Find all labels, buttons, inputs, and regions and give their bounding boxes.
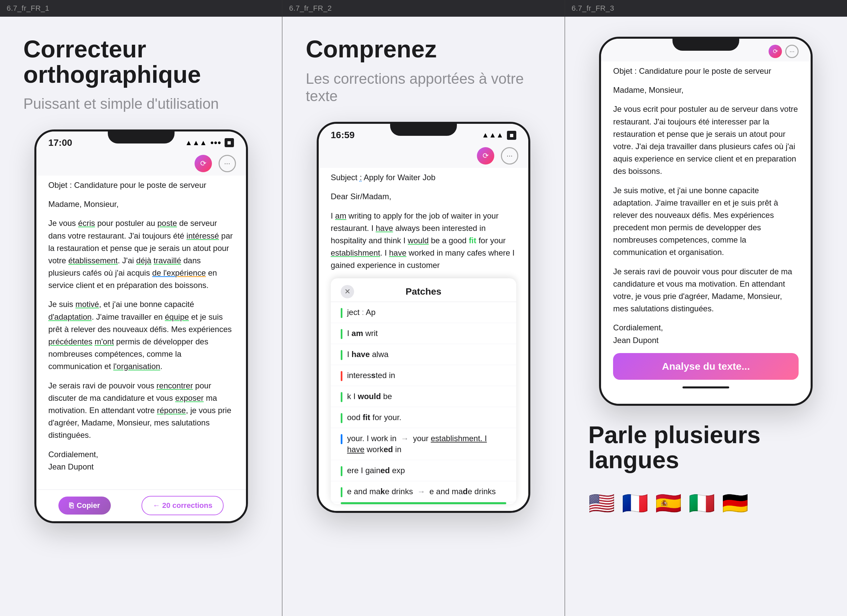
action-icon-1[interactable]: ⟳ bbox=[195, 155, 212, 172]
phone-notch-3 bbox=[673, 39, 739, 51]
action-icon-2[interactable]: ··· bbox=[218, 155, 236, 172]
patch-bar-3 bbox=[341, 350, 342, 360]
patch-bar-4 bbox=[341, 371, 342, 381]
corrected-word-10: d'adaptation bbox=[49, 312, 92, 321]
panel-2: 6.7_fr_FR_2 Comprenez Les corrections ap… bbox=[282, 0, 565, 616]
email-subject-3: Objet : Candidature pour le poste de ser… bbox=[613, 65, 798, 77]
corrected-word-16: exposer bbox=[175, 393, 204, 402]
wifi-icon-2: ▲▲▲ bbox=[482, 131, 503, 140]
panel-3: 6.7_fr_FR_3 17:00 ⟳ ··· Objet : Candidat… bbox=[565, 0, 847, 616]
phone-mockup-3: 17:00 ⟳ ··· Objet : Candidature pour le … bbox=[599, 37, 813, 406]
patch-bar-8 bbox=[341, 466, 342, 476]
email-content-3: Objet : Candidature pour le poste de ser… bbox=[613, 65, 798, 346]
patch-item-6[interactable]: ood fit for your. bbox=[331, 407, 516, 428]
corrected-word-15: rencontrer bbox=[156, 381, 193, 390]
patch-text-6: ood fit for your. bbox=[347, 412, 401, 423]
flag-it: 🇮🇹 bbox=[689, 491, 715, 516]
patch-item-3[interactable]: I have alwa bbox=[331, 344, 516, 365]
panel-1-title: Correcteur orthographique bbox=[24, 37, 259, 87]
phone-body-2: Subject : Apply for Waiter Job Dear Sir/… bbox=[319, 168, 528, 511]
analysis-label: Analyse du texte... bbox=[662, 361, 750, 372]
email-subject-1: Objet : Candidature pour le poste de ser… bbox=[49, 179, 234, 191]
panel-1: 6.7_fr_FR_1 Correcteur orthographique Pu… bbox=[0, 0, 282, 616]
copy-button-1[interactable]: ⎘ Copier bbox=[58, 497, 111, 514]
email-para-3: Je serais ravi de pouvoir vous rencontre… bbox=[49, 379, 234, 442]
panel-3-header: 6.7_fr_FR_3 bbox=[565, 0, 847, 17]
corrected-word-11: équipe bbox=[165, 312, 189, 321]
email-greeting-3: Madame, Monsieur, bbox=[613, 84, 798, 96]
action-icon-6[interactable]: ··· bbox=[785, 45, 798, 58]
email-greeting-2: Dear Sir/Madam, bbox=[331, 190, 516, 203]
panel-2-header: 6.7_fr_FR_2 bbox=[282, 0, 564, 17]
corrected-word-1: écris bbox=[78, 218, 95, 228]
corrected-word-7: de l'ex bbox=[152, 268, 175, 277]
corrections-button-1[interactable]: ← 20 corrections bbox=[142, 496, 224, 515]
email-para-4: Cordialement,Jean Dupont bbox=[49, 448, 234, 473]
patch-text-8: ere I gained exp bbox=[347, 465, 405, 476]
patches-header: ✕ Patches bbox=[331, 278, 516, 302]
corrected-word-9: motivé bbox=[75, 300, 99, 309]
email-para-1: Je vous écris pour postuler au poste de … bbox=[49, 217, 234, 291]
phone-notch-1 bbox=[108, 131, 174, 143]
email-content-2: Subject : Apply for Waiter Job Dear Sir/… bbox=[331, 171, 516, 271]
panel-2-subtitle: Les corrections apportées à votre texte bbox=[306, 70, 541, 105]
home-indicator-3 bbox=[682, 386, 729, 388]
action-icon-3[interactable]: ⟳ bbox=[477, 147, 494, 165]
wifi-icon: ▲▲▲ bbox=[185, 139, 207, 147]
patches-panel: ✕ Patches ject : Ap I am writ bbox=[331, 278, 516, 504]
patch-item-9[interactable]: e and make drinks → e and made drinks bbox=[331, 481, 516, 502]
patch-text-1: ject : Ap bbox=[347, 307, 375, 318]
corrections-label: ← 20 corrections bbox=[153, 501, 212, 510]
panel-3-title: Parle plusieurs langues bbox=[588, 423, 823, 473]
corrected-word-3: intéressé bbox=[187, 231, 219, 240]
eng-word-2: have bbox=[376, 224, 393, 233]
panel-1-subtitle: Puissant et simple d'utilisation bbox=[24, 95, 259, 113]
panel-1-header: 6.7_fr_FR_1 bbox=[0, 0, 282, 17]
phone-icons-2: ▲▲▲ ■ bbox=[482, 131, 516, 140]
flags-row: 🇺🇸 🇫🇷 🇪🇸 🇮🇹 🇩🇪 bbox=[588, 491, 823, 516]
greeting-text-1: Madame, Monsieur, bbox=[49, 200, 119, 209]
panel-1-header-label: 6.7_fr_FR_1 bbox=[7, 4, 49, 12]
analysis-button-area: Analyse du texte... bbox=[613, 353, 798, 380]
eng-word-5: establishment bbox=[331, 248, 380, 257]
action-icon-5[interactable]: ⟳ bbox=[769, 45, 782, 58]
patch-item-4[interactable]: interessted in bbox=[331, 365, 516, 386]
phone-mockup-1: 17:00 ▲▲▲ ●●● ■ ⟳ ··· Objet : Candidatur… bbox=[34, 130, 248, 523]
patch-text-9: e and make drinks → e and made drinks bbox=[347, 486, 496, 497]
patch-item-8[interactable]: ere I gained exp bbox=[331, 460, 516, 481]
patch-item-5[interactable]: k I would be bbox=[331, 386, 516, 407]
email-content-1: Objet : Candidature pour le poste de ser… bbox=[49, 179, 234, 473]
eng-word-4: fit bbox=[469, 236, 477, 245]
eng-word-1: am bbox=[335, 211, 346, 220]
phone-action-bar-2: ⟳ ··· bbox=[319, 144, 528, 168]
patch-bar-1 bbox=[341, 308, 342, 318]
flag-fr: 🇫🇷 bbox=[622, 491, 648, 516]
analysis-button[interactable]: Analyse du texte... bbox=[662, 361, 750, 372]
corrected-word-14: l'organisation bbox=[113, 362, 160, 371]
action-icon-4[interactable]: ··· bbox=[501, 147, 518, 165]
signal-icon: ●●● bbox=[210, 139, 221, 146]
corrected-word-4: établissement bbox=[68, 256, 118, 265]
phone-body-3: Objet : Candidature pour le poste de ser… bbox=[601, 61, 811, 404]
corrected-word-17: réponse bbox=[157, 406, 186, 415]
panel-3-content: 17:00 ⟳ ··· Objet : Candidature pour le … bbox=[565, 17, 847, 616]
patch-item-2[interactable]: I am writ bbox=[331, 323, 516, 344]
patch-bar-6 bbox=[341, 413, 342, 423]
email-greeting-1: Madame, Monsieur, bbox=[49, 198, 234, 210]
patch-item-7[interactable]: your. I work in → your establishment. I … bbox=[331, 428, 516, 460]
panel-1-content: Correcteur orthographique Puissant et si… bbox=[0, 17, 282, 616]
patch-bar-7 bbox=[341, 434, 342, 444]
patches-close-button[interactable]: ✕ bbox=[341, 285, 354, 298]
phone-bottom-bar-1: ⎘ Copier ← 20 corrections bbox=[36, 489, 246, 521]
patch-text-4: interessted in bbox=[347, 370, 395, 381]
email-para-fr-1: Je vous ecrit pour postuler au de serveu… bbox=[613, 103, 798, 177]
flag-es: 🇪🇸 bbox=[655, 491, 682, 516]
phone-time-2: 16:59 bbox=[331, 130, 355, 140]
patch-bar-5 bbox=[341, 392, 342, 402]
patch-item-1[interactable]: ject : Ap bbox=[331, 302, 516, 323]
corrected-word-8: périence bbox=[175, 268, 206, 277]
phone-icons-3: ⟳ ··· bbox=[769, 45, 798, 58]
corrected-word-2: poste bbox=[158, 218, 177, 228]
battery-icon-2: ■ bbox=[507, 131, 516, 140]
email-subject-2: Subject : Apply for Waiter Job bbox=[331, 171, 516, 184]
